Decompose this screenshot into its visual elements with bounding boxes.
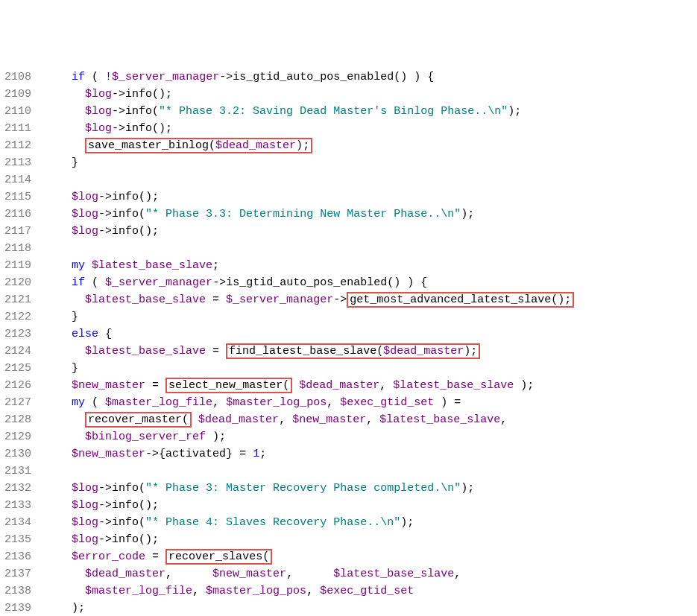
method-info: info	[112, 208, 139, 220]
func-save-master-binlog: save_master_binlog	[88, 139, 209, 152]
paren: (	[92, 396, 98, 409]
line-number: 2112	[4, 139, 31, 152]
code-area[interactable]: if ( !$_server_manager->is_gtid_auto_pos…	[42, 69, 697, 616]
brace: {	[159, 448, 165, 460]
number-1: 1	[253, 448, 259, 460]
func-recover-slaves: recover_slaves	[168, 550, 262, 563]
semi: ;	[259, 448, 266, 460]
line-number: 2135	[4, 533, 31, 546]
var-server-manager: $_server_manager	[105, 276, 212, 289]
paren: )	[508, 105, 514, 118]
var-server-manager: $_server_manager	[226, 293, 333, 306]
paren: (	[152, 88, 159, 101]
var-log: $log	[72, 191, 98, 203]
var-latest-base-slave: $latest_base_slave	[92, 259, 212, 272]
line-number: 2133	[4, 499, 31, 512]
paren: )	[159, 88, 165, 101]
equals: =	[212, 345, 219, 358]
arrow: ->	[333, 293, 347, 306]
var-exec-gtid-set: $exec_gtid_set	[340, 396, 434, 409]
func-select-new-master: select_new_master	[168, 379, 283, 392]
var-latest-base-slave: $latest_base_slave	[333, 568, 454, 580]
line-number: 2117	[4, 225, 31, 238]
var-master-log-file: $master_log_file	[105, 396, 212, 409]
paren: )	[145, 533, 152, 546]
var-log: $log	[85, 105, 112, 118]
string-phase-4: "* Phase 4: Slaves Recovery Phase..\n"	[145, 516, 400, 529]
var-log: $log	[85, 122, 112, 135]
equals: =	[152, 379, 159, 392]
arrow: ->	[112, 122, 125, 135]
arrow: ->	[98, 225, 112, 238]
var-dead-master: $dead_master	[198, 413, 279, 426]
var-latest-base-slave: $latest_base_slave	[85, 293, 206, 306]
highlight-recover-master: recover_master(	[85, 412, 192, 428]
paren: )	[400, 516, 407, 529]
paren: )	[72, 602, 78, 615]
semi: ;	[470, 345, 477, 358]
comma: ,	[192, 585, 199, 597]
brace: }	[72, 362, 78, 375]
var-dead-master: $dead_master	[383, 345, 464, 358]
equals: =	[454, 396, 461, 409]
arrow: ->	[145, 448, 159, 460]
arrow: ->	[212, 276, 226, 289]
semi: ;	[467, 482, 474, 495]
semi: ;	[527, 379, 534, 392]
semi: ;	[564, 293, 571, 306]
comma: ,	[165, 568, 172, 580]
arrow: ->	[98, 482, 112, 495]
brace: {	[105, 328, 112, 340]
var-log: $log	[72, 208, 98, 220]
semi: ;	[514, 105, 521, 118]
keyword-else: else	[72, 328, 98, 340]
line-number: 2134	[4, 516, 31, 529]
paren: )	[296, 139, 303, 152]
paren: )	[407, 276, 414, 289]
line-number: 2125	[4, 362, 31, 375]
paren: (	[92, 71, 98, 83]
var-log: $log	[72, 533, 98, 546]
method-info: info	[112, 516, 139, 529]
paren: )	[159, 122, 165, 135]
paren: )	[145, 499, 152, 512]
line-number: 2118	[4, 242, 31, 255]
arrow: ->	[112, 105, 125, 118]
line-number: 2126	[4, 379, 31, 392]
method-info: info	[125, 88, 152, 101]
paren: (	[139, 482, 145, 495]
brace: }	[72, 156, 78, 169]
line-number: 2119	[4, 259, 31, 272]
semi: ;	[219, 431, 226, 443]
comma: ,	[306, 585, 313, 597]
line-number: 2130	[4, 448, 31, 460]
paren: (	[139, 191, 145, 203]
var-log: $log	[72, 499, 98, 512]
arrow: ->	[112, 88, 125, 101]
brace: }	[72, 311, 78, 323]
var-new-master: $new_master	[72, 448, 145, 460]
string-phase-3-2: "* Phase 3.2: Saving Dead Master's Binlo…	[159, 105, 508, 118]
paren: (	[139, 499, 145, 512]
semi: ;	[152, 191, 159, 203]
arrow: ->	[98, 499, 112, 512]
paren: )	[520, 379, 527, 392]
hash-key-activated: activated	[165, 448, 226, 460]
arrow: ->	[98, 191, 112, 203]
brace: {	[427, 71, 434, 83]
paren: (	[283, 379, 289, 392]
line-number: 2138	[4, 585, 31, 597]
paren: (	[209, 139, 215, 152]
brace: }	[226, 448, 233, 460]
semi: ;	[467, 208, 474, 220]
paren: )	[461, 208, 467, 220]
line-number: 2127	[4, 396, 31, 409]
line-number: 2115	[4, 191, 31, 203]
semi: ;	[165, 88, 172, 101]
keyword-my: my	[72, 396, 85, 409]
var-log: $log	[72, 482, 98, 495]
paren: (	[262, 550, 269, 563]
highlight-select-new-master: select_new_master(	[165, 378, 292, 393]
semi: ;	[152, 499, 159, 512]
paren: (	[139, 208, 145, 220]
